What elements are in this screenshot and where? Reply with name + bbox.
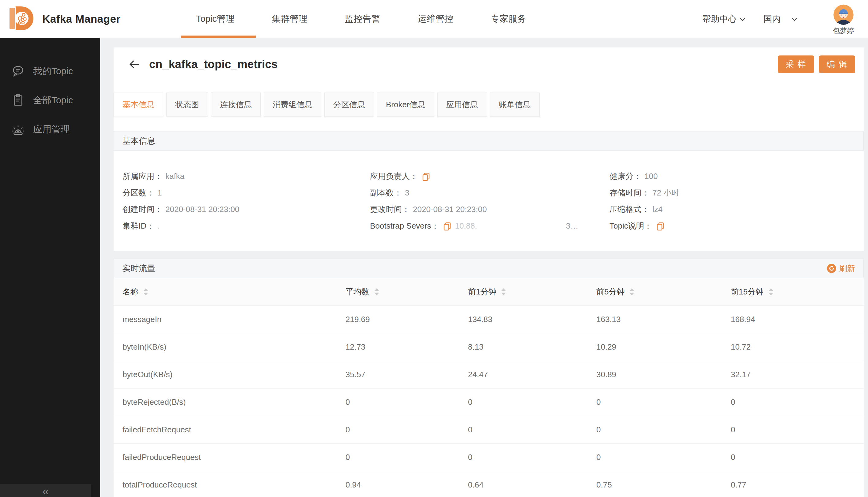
chevron-down-icon (739, 17, 746, 21)
sidebar-item-app-management[interactable]: 应用管理 (11, 120, 100, 139)
main-nav: Topic管理 集群管理 监控告警 运维管控 专家服务 (196, 0, 526, 38)
sidebar-collapse-button[interactable]: « (0, 484, 91, 497)
nav-cluster-management[interactable]: 集群管理 (272, 13, 307, 25)
field-compression: 压缩格式： lz4 (609, 201, 864, 217)
help-center-label: 帮助中心 (702, 13, 737, 25)
brand-title: Kafka Manager (42, 0, 120, 38)
traffic-table-header: 名称 平均数 前1分钟 前5分钟 前15分钟 (114, 278, 864, 306)
basic-info-fields: 所属应用： kafka 应用负责人： 健康分： 100 分区数： 1 副本数： (114, 151, 864, 251)
edit-button[interactable]: 编 辑 (819, 55, 855, 73)
sort-icon[interactable] (630, 288, 634, 295)
field-modified-time: 更改时间： 2020-08-31 20:23:00 (370, 201, 609, 217)
realtime-section-header: 实时流量 刷新 (114, 259, 864, 278)
field-cluster-id: 集群ID： . (122, 217, 370, 234)
tab-status-chart[interactable]: 状态图 (166, 93, 208, 117)
detail-tabs: 基本信息 状态图 连接信息 消费组信息 分区信息 Broker信息 应用信息 账… (114, 93, 864, 117)
table-row: byteRejected(B/s) 0 0 0 0 (114, 388, 864, 416)
sort-icon[interactable] (374, 288, 379, 295)
table-row: totalProduceRequest 0.94 0.64 0.75 0.77 (114, 471, 864, 497)
refresh-label: 刷新 (839, 263, 855, 274)
field-health-score: 健康分： 100 (609, 168, 864, 184)
tab-connection-info[interactable]: 连接信息 (211, 93, 261, 117)
sidebar: 我的Topic 全部Topic 应用管理 « (0, 38, 100, 497)
sidebar-item-label: 全部Topic (33, 94, 73, 106)
user-avatar[interactable] (834, 4, 854, 25)
table-row: byteOut(KB/s) 35.57 24.47 30.89 32.17 (114, 361, 864, 388)
sample-button[interactable]: 采 样 (778, 55, 814, 73)
region-label: 国内 (764, 13, 781, 25)
sort-icon[interactable] (501, 288, 506, 295)
field-app: 所属应用： kafka (122, 168, 370, 184)
field-partitions: 分区数： 1 (122, 184, 370, 201)
field-replicas: 副本数： 3 (370, 184, 609, 201)
active-nav-underline (181, 36, 256, 38)
column-header-last-5min[interactable]: 前5分钟 (596, 286, 731, 297)
sidebar-item-label: 我的Topic (33, 65, 73, 77)
copy-icon[interactable] (656, 222, 665, 231)
nav-monitor-alert[interactable]: 监控告警 (345, 13, 380, 25)
table-row: messageIn 219.69 134.83 163.13 168.94 (114, 306, 864, 333)
column-header-last-15min[interactable]: 前15分钟 (731, 286, 864, 297)
table-row: failedProduceRequest 0 0 0 0 (114, 444, 864, 471)
field-retention: 存储时间： 72 小时 (609, 184, 864, 201)
sidebar-item-my-topic[interactable]: 我的Topic (11, 62, 100, 80)
sort-icon[interactable] (143, 288, 148, 295)
field-bootstrap-servers: Bootstrap Severs： 10.88. 3… (370, 217, 609, 234)
section-title: 基本信息 (122, 136, 155, 146)
field-topic-description: Topic说明： (609, 217, 864, 234)
section-title: 实时流量 (122, 263, 155, 274)
alarm-light-icon (11, 122, 25, 136)
collapse-chevrons-icon: « (43, 486, 49, 497)
sidebar-item-label: 应用管理 (33, 123, 70, 136)
clipboard-icon (11, 93, 25, 107)
tab-basic-info[interactable]: 基本信息 (114, 93, 163, 117)
table-row: byteIn(KB/s) 12.73 8.13 10.29 10.72 (114, 333, 864, 361)
table-row: failedFetchRequest 0 0 0 0 (114, 416, 864, 444)
help-center-menu[interactable]: 帮助中心 (702, 13, 746, 25)
nav-topic-management[interactable]: Topic管理 (196, 13, 235, 25)
field-owner: 应用负责人： (370, 168, 609, 184)
realtime-traffic-card: 实时流量 刷新 名称 平均数 前1分钟 (114, 259, 864, 497)
tab-partition-info[interactable]: 分区信息 (324, 93, 374, 117)
field-created-time: 创建时间： 2020-08-31 20:23:00 (122, 201, 370, 217)
username: 包梦婷 (833, 26, 854, 36)
region-selector[interactable]: 国内 (764, 13, 798, 25)
tab-consumer-group-info[interactable]: 消费组信息 (264, 93, 321, 117)
back-arrow-icon[interactable] (128, 58, 141, 70)
page-title: cn_kafka_topic_metrics (149, 58, 773, 71)
column-header-average[interactable]: 平均数 (346, 286, 468, 297)
refresh-button[interactable]: 刷新 (827, 263, 855, 274)
refresh-icon (827, 264, 836, 273)
tab-bill-info[interactable]: 账单信息 (490, 93, 540, 117)
copy-icon[interactable] (421, 172, 431, 181)
tab-app-info[interactable]: 应用信息 (437, 93, 487, 117)
nav-ops-control[interactable]: 运维管控 (418, 13, 453, 25)
app-logo-icon[interactable] (5, 4, 34, 32)
sidebar-item-all-topic[interactable]: 全部Topic (11, 91, 100, 109)
nav-expert-service[interactable]: 专家服务 (491, 13, 526, 25)
top-header: Kafka Manager Topic管理 集群管理 监控告警 运维管控 专家服… (0, 0, 868, 38)
topic-detail-card: cn_kafka_topic_metrics 采 样 编 辑 基本信息 状态图 … (114, 47, 864, 251)
main-content: cn_kafka_topic_metrics 采 样 编 辑 基本信息 状态图 … (100, 38, 868, 497)
column-header-last-1min[interactable]: 前1分钟 (468, 286, 596, 297)
copy-icon[interactable] (443, 222, 452, 231)
column-header-name[interactable]: 名称 (122, 286, 346, 297)
sort-icon[interactable] (768, 288, 773, 295)
chat-bubble-icon (11, 64, 25, 78)
basic-info-section-header: 基本信息 (114, 131, 864, 151)
tab-broker-info[interactable]: Broker信息 (377, 93, 434, 117)
chevron-down-icon (791, 17, 798, 21)
